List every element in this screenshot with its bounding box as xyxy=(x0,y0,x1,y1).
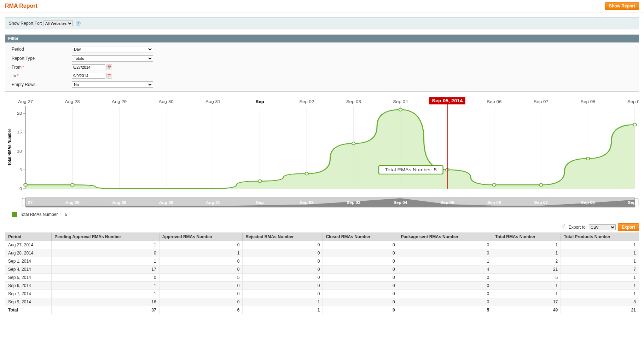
value-cell: 0 xyxy=(243,282,323,290)
svg-point-44 xyxy=(352,142,355,145)
empty-rows-label: Empty Rows xyxy=(12,82,72,87)
required-marker: * xyxy=(17,73,19,78)
value-cell: 0 xyxy=(323,274,398,282)
value-cell: 0 xyxy=(159,290,243,298)
value-cell: 0 xyxy=(243,257,323,265)
range-handle-right[interactable] xyxy=(635,198,638,206)
svg-point-48 xyxy=(539,183,543,186)
svg-text:Sep 02: Sep 02 xyxy=(299,99,314,104)
total-value-cell: 5 xyxy=(398,306,492,314)
svg-text:Sep 08: Sep 08 xyxy=(581,201,595,205)
value-cell: 1 xyxy=(52,290,159,298)
to-label: To xyxy=(12,73,16,78)
value-cell: 1 xyxy=(561,257,639,265)
calendar-icon[interactable]: 📅 xyxy=(106,64,112,70)
value-cell: 0 xyxy=(323,257,398,265)
total-value-cell: 6 xyxy=(159,306,243,314)
value-cell: 1 xyxy=(492,282,561,290)
total-value-cell: 0 xyxy=(323,306,398,314)
report-type-select[interactable]: Totals xyxy=(72,55,153,62)
table-row: Sep 9, 2014160100178 xyxy=(5,298,639,306)
value-cell: 1 xyxy=(159,249,243,257)
period-cell: Sep 6, 2014 xyxy=(5,282,52,290)
period-cell: Aug 28, 2014 xyxy=(5,249,52,257)
svg-point-40 xyxy=(24,183,27,186)
svg-text:20: 20 xyxy=(17,111,22,116)
svg-point-45 xyxy=(399,108,402,111)
svg-text:Sep 06: Sep 06 xyxy=(487,201,501,205)
legend-value: 5 xyxy=(65,212,67,217)
value-cell: 0 xyxy=(243,290,323,298)
column-header[interactable]: Pending Approval RMAs Number xyxy=(52,233,159,241)
value-cell: 0 xyxy=(159,282,243,290)
svg-text:Aug 28: Aug 28 xyxy=(65,201,79,205)
mini-chart-svg[interactable]: Aug 27Aug 28Aug 29Aug 30Aug 31SepSep 02S… xyxy=(5,197,639,207)
svg-text:Aug 27: Aug 27 xyxy=(18,99,33,104)
period-select[interactable]: Day xyxy=(72,46,153,52)
svg-point-43 xyxy=(305,172,308,175)
chart-svg: 05101520Total RMAs NumberAug 27Aug 28Aug… xyxy=(5,97,639,196)
svg-text:Aug 30: Aug 30 xyxy=(159,99,174,104)
total-value-cell: 21 xyxy=(561,306,639,314)
from-input[interactable] xyxy=(72,64,105,70)
value-cell: 1 xyxy=(561,249,639,257)
from-label: From xyxy=(12,65,22,70)
value-cell: 0 xyxy=(159,298,243,306)
value-cell: 17 xyxy=(492,298,561,306)
value-cell: 0 xyxy=(398,282,492,290)
svg-point-42 xyxy=(258,180,262,183)
show-report-button[interactable]: Show Report xyxy=(605,2,639,10)
period-cell: Sep 4, 2014 xyxy=(5,265,52,274)
export-format-select[interactable]: CSV xyxy=(589,224,616,230)
svg-text:Sep 06: Sep 06 xyxy=(487,99,501,104)
column-header[interactable]: Package sent RMAs Number xyxy=(398,233,492,241)
column-header[interactable]: Closed RMAs Number xyxy=(323,233,398,241)
svg-text:Total RMAs Number: Total RMAs Number xyxy=(7,129,12,166)
column-header[interactable]: Period xyxy=(5,233,52,241)
period-cell: Sep 1, 2014 xyxy=(5,257,52,265)
column-header[interactable]: Approved RMAs Number xyxy=(159,233,243,241)
svg-text:Sep: Sep xyxy=(256,99,264,104)
svg-text:Sep 05, 2014: Sep 05, 2014 xyxy=(432,98,463,103)
page-title: RMA Report xyxy=(5,3,37,9)
range-handle-left[interactable] xyxy=(22,198,25,206)
help-icon[interactable]: ? xyxy=(76,21,81,26)
value-cell: 1 xyxy=(561,290,639,298)
export-icon xyxy=(561,224,567,230)
table-row: Sep 1, 20141000121 xyxy=(5,257,639,265)
filter-header: Filter xyxy=(5,35,639,42)
period-cell: Sep 9, 2014 xyxy=(5,298,52,306)
value-cell: 0 xyxy=(398,241,492,249)
value-cell: 0 xyxy=(159,241,243,249)
svg-text:Sep: Sep xyxy=(256,201,264,205)
column-header[interactable]: Rejected RMAs Number xyxy=(243,233,323,241)
period-label: Period xyxy=(12,47,72,52)
table-row: Sep 7, 20141000011 xyxy=(5,290,639,298)
value-cell: 1 xyxy=(243,298,323,306)
table-row: Sep 5, 20140500051 xyxy=(5,274,639,282)
value-cell: 8 xyxy=(561,298,639,306)
scope-select[interactable]: All Websites xyxy=(43,21,73,26)
to-input[interactable] xyxy=(72,73,105,79)
period-cell: Sep 7, 2014 xyxy=(5,290,52,298)
export-button[interactable]: Export xyxy=(618,223,639,231)
export-label: Export to: xyxy=(569,225,587,230)
calendar-icon[interactable]: 📅 xyxy=(106,73,112,79)
svg-text:Sep 07: Sep 07 xyxy=(534,99,549,104)
value-cell: 0 xyxy=(243,265,323,274)
value-cell: 0 xyxy=(323,265,398,274)
svg-text:Sep 07: Sep 07 xyxy=(534,201,548,205)
show-report-for-label: Show Report For: xyxy=(9,21,42,26)
value-cell: 4 xyxy=(398,265,492,274)
empty-rows-select[interactable]: No xyxy=(72,81,153,88)
svg-point-47 xyxy=(492,183,496,186)
svg-point-50 xyxy=(633,123,637,126)
value-cell: 1 xyxy=(492,290,561,298)
column-header[interactable]: Total RMAs Number xyxy=(492,233,561,241)
value-cell: 0 xyxy=(243,241,323,249)
svg-text:Sep 04: Sep 04 xyxy=(394,201,408,205)
column-header[interactable]: Total Products Number xyxy=(561,233,639,241)
value-cell: 5 xyxy=(159,274,243,282)
svg-text:10: 10 xyxy=(17,149,22,154)
required-marker: * xyxy=(22,65,24,70)
